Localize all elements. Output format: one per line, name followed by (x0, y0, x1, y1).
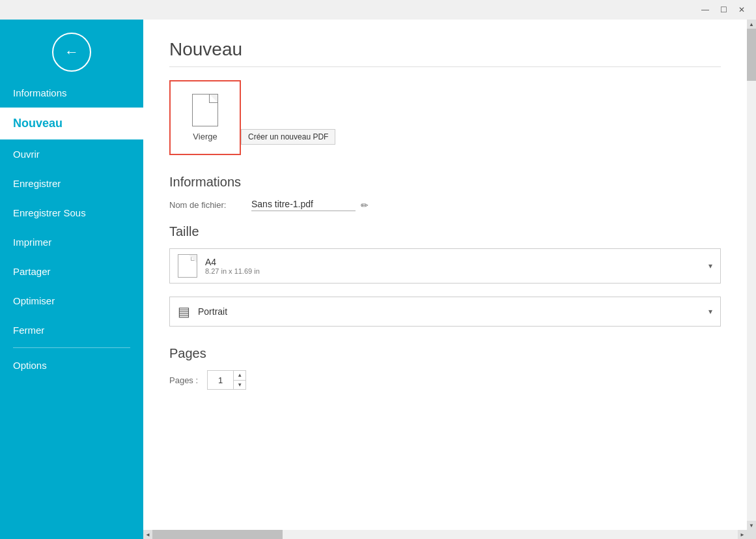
sidebar-item-fermer[interactable]: Fermer (0, 315, 143, 345)
tooltip: Créer un nouveau PDF (241, 129, 335, 145)
sidebar-item-nouveau[interactable]: Nouveau (0, 108, 143, 139)
back-arrow-icon: ← (64, 44, 79, 61)
main-content: Nouveau Vierge Créer un nouveau PDF Info… (143, 20, 756, 539)
pages-label: Pages : (169, 375, 198, 385)
scroll-down-arrow[interactable]: ▼ (747, 521, 756, 530)
sidebar-divider (13, 347, 130, 348)
size-select-sub: 8.27 in x 11.69 in (205, 267, 703, 275)
content-scrollable-area: Nouveau Vierge Créer un nouveau PDF Info… (143, 20, 756, 530)
template-label: Vierge (193, 132, 217, 141)
scrollbar-track-h[interactable] (152, 530, 738, 539)
sidebar: ← Informations Nouveau Ouvrir Enregistre… (0, 20, 143, 539)
taille-title: Taille (169, 224, 721, 239)
pages-row: Pages : 1 ▲ ▼ (169, 370, 721, 390)
stepper-buttons: ▲ ▼ (234, 371, 245, 389)
filename-value: Sans titre-1.pdf (251, 199, 356, 211)
pages-title: Pages (169, 346, 721, 361)
template-vierge[interactable]: Vierge (169, 80, 241, 155)
title-divider (169, 66, 721, 67)
sidebar-item-enregistrer-sous[interactable]: Enregistrer Sous (0, 198, 143, 227)
orientation-select[interactable]: ▤ Portrait ▾ (169, 297, 721, 327)
size-doc-fold (189, 255, 197, 263)
filename-label: Nom de fichier: (169, 200, 241, 210)
sidebar-item-imprimer[interactable]: Imprimer (0, 227, 143, 257)
filename-row: Nom de fichier: Sans titre-1.pdf ✏ (169, 199, 721, 211)
titlebar: — ☐ ✕ (0, 0, 756, 20)
page-title: Nouveau (169, 39, 721, 60)
scroll-right-arrow[interactable]: ► (738, 530, 747, 539)
maximize-button[interactable]: ☐ (714, 3, 733, 17)
doc-icon (192, 94, 218, 126)
sidebar-item-optimiser[interactable]: Optimiser (0, 286, 143, 315)
informations-title: Informations (169, 175, 721, 190)
orientation-label: Portrait (198, 306, 701, 317)
sidebar-item-ouvrir[interactable]: Ouvrir (0, 139, 143, 169)
pages-stepper[interactable]: 1 ▲ ▼ (207, 370, 246, 390)
scrollbar-track-v[interactable] (747, 29, 756, 521)
close-button[interactable]: ✕ (733, 3, 751, 17)
orientation-arrow: ▾ (708, 307, 712, 316)
minimize-button[interactable]: — (696, 3, 714, 17)
size-select-text: A4 8.27 in x 11.69 in (205, 257, 703, 275)
app-window: ← Informations Nouveau Ouvrir Enregistre… (0, 20, 756, 539)
sidebar-item-informations[interactable]: Informations (0, 78, 143, 108)
back-button[interactable]: ← (52, 33, 91, 72)
orientation-icon: ▤ (178, 304, 190, 319)
sidebar-nav: Informations Nouveau Ouvrir Enregistrer … (0, 78, 143, 539)
stepper-up[interactable]: ▲ (234, 371, 245, 381)
scrollbar-corner (747, 530, 756, 539)
filename-value-wrap: Sans titre-1.pdf ✏ (251, 199, 369, 211)
bottom-bar: ◄ ► (143, 530, 756, 539)
edit-icon[interactable]: ✏ (361, 200, 369, 211)
sidebar-item-enregistrer[interactable]: Enregistrer (0, 169, 143, 198)
horizontal-scrollbar[interactable]: ◄ ► (143, 530, 747, 539)
scroll-left-arrow[interactable]: ◄ (143, 530, 152, 539)
doc-fold (210, 95, 217, 102)
sidebar-item-options[interactable]: Options (0, 351, 143, 380)
stepper-down[interactable]: ▼ (234, 381, 245, 390)
size-select-title: A4 (205, 257, 703, 267)
stepper-value: 1 (208, 371, 234, 389)
vertical-scrollbar[interactable]: ▲ ▼ (747, 20, 756, 530)
templates-row: Vierge Créer un nouveau PDF (169, 80, 721, 155)
main-inner: Nouveau Vierge Créer un nouveau PDF Info… (143, 20, 747, 530)
scrollbar-thumb-h[interactable] (152, 530, 283, 539)
scroll-up-arrow[interactable]: ▲ (747, 20, 756, 29)
size-select-arrow: ▾ (708, 261, 712, 270)
size-select[interactable]: A4 8.27 in x 11.69 in ▾ (169, 248, 721, 284)
size-doc-icon (178, 254, 197, 278)
scrollbar-thumb-v[interactable] (747, 29, 756, 81)
sidebar-item-partager[interactable]: Partager (0, 257, 143, 286)
